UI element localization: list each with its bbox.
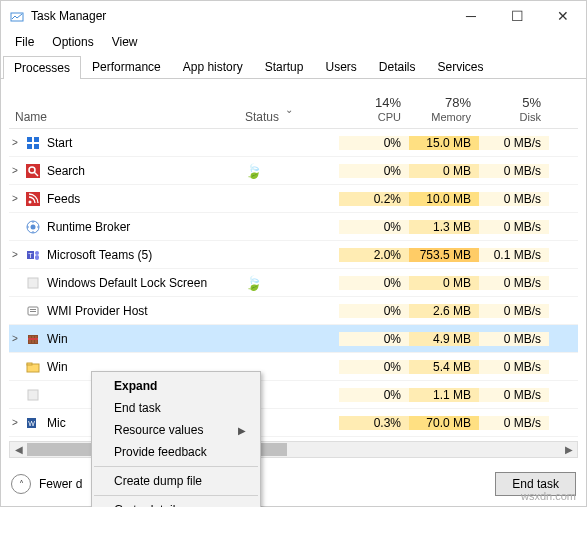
- cpu-cell: 2.0%: [339, 248, 409, 262]
- ctx-expand[interactable]: Expand: [92, 375, 260, 397]
- cpu-cell: 0.2%: [339, 192, 409, 206]
- memory-cell: 4.9 MB: [409, 332, 479, 346]
- ctx-go-details[interactable]: Go to details: [92, 499, 260, 507]
- process-icon: [25, 275, 41, 291]
- cpu-cell: 0%: [339, 164, 409, 178]
- tab-users[interactable]: Users: [314, 55, 367, 78]
- memory-cell: 70.0 MB: [409, 416, 479, 430]
- svg-rect-1: [27, 137, 32, 142]
- content-area: Name ⌄ Status 14% CPU 78% Memory 5% Disk…: [1, 79, 586, 464]
- sort-indicator-icon: ⌄: [285, 104, 293, 115]
- scroll-left-icon[interactable]: ◀: [10, 442, 27, 457]
- maximize-button[interactable]: ☐: [494, 1, 540, 31]
- tab-services[interactable]: Services: [427, 55, 495, 78]
- ctx-provide-feedback[interactable]: Provide feedback: [92, 441, 260, 463]
- process-row[interactable]: >Feeds0.2%10.0 MB0 MB/s: [9, 185, 578, 213]
- ctx-resource-values[interactable]: Resource values ▶: [92, 419, 260, 441]
- process-name: Start: [47, 136, 239, 150]
- tab-processes[interactable]: Processes: [3, 56, 81, 79]
- process-icon: [25, 219, 41, 235]
- footer: ˄ Fewer d End task: [1, 464, 586, 506]
- svg-rect-28: [28, 338, 38, 340]
- memory-cell: 0 MB: [409, 276, 479, 290]
- fewer-details-button[interactable]: ˄: [11, 474, 31, 494]
- memory-cell: 5.4 MB: [409, 360, 479, 374]
- expand-arrow-icon[interactable]: >: [9, 333, 21, 344]
- tab-performance[interactable]: Performance: [81, 55, 172, 78]
- process-icon: [25, 191, 41, 207]
- process-row[interactable]: >Search🍃0%0 MB0 MB/s: [9, 157, 578, 185]
- menu-options[interactable]: Options: [44, 33, 101, 51]
- expand-arrow-icon[interactable]: >: [9, 137, 21, 148]
- tab-startup[interactable]: Startup: [254, 55, 315, 78]
- svg-point-18: [35, 251, 39, 255]
- disk-cell: 0 MB/s: [479, 220, 549, 234]
- submenu-arrow-icon: ▶: [238, 425, 246, 436]
- svg-rect-3: [27, 144, 32, 149]
- expand-arrow-icon[interactable]: >: [9, 165, 21, 176]
- tab-bar: Processes Performance App history Startu…: [1, 55, 586, 79]
- cpu-cell: 0%: [339, 332, 409, 346]
- minimize-button[interactable]: ─: [448, 1, 494, 31]
- column-headers: Name ⌄ Status 14% CPU 78% Memory 5% Disk: [9, 87, 578, 129]
- cpu-cell: 0%: [339, 220, 409, 234]
- process-name: Runtime Broker: [47, 220, 239, 234]
- col-name[interactable]: Name: [9, 106, 239, 128]
- process-icon: T: [25, 247, 41, 263]
- svg-rect-30: [27, 363, 32, 365]
- disk-cell: 0.1 MB/s: [479, 248, 549, 262]
- expand-arrow-icon[interactable]: >: [9, 417, 21, 428]
- process-name: WMI Provider Host: [47, 304, 239, 318]
- app-icon: [9, 8, 25, 24]
- memory-cell: 15.0 MB: [409, 136, 479, 150]
- process-row[interactable]: >TMicrosoft Teams (5)2.0%753.5 MB0.1 MB/…: [9, 241, 578, 269]
- suspended-icon: 🍃: [245, 275, 262, 291]
- col-memory[interactable]: 78% Memory: [409, 93, 479, 128]
- svg-rect-23: [30, 311, 36, 312]
- process-icon: W: [25, 415, 41, 431]
- svg-rect-22: [30, 309, 36, 310]
- process-icon: [25, 163, 41, 179]
- process-row[interactable]: Windows Default Lock Screen🍃0%0 MB0 MB/s: [9, 269, 578, 297]
- disk-cell: 0 MB/s: [479, 304, 549, 318]
- col-status[interactable]: ⌄ Status: [239, 106, 339, 128]
- process-name: Win: [47, 332, 239, 346]
- watermark: wsxdn.com: [521, 490, 576, 502]
- svg-text:W: W: [28, 420, 35, 427]
- svg-text:T: T: [28, 252, 33, 259]
- menu-view[interactable]: View: [104, 33, 146, 51]
- tab-details[interactable]: Details: [368, 55, 427, 78]
- scroll-right-icon[interactable]: ▶: [560, 442, 577, 457]
- col-cpu[interactable]: 14% CPU: [339, 93, 409, 128]
- fewer-details-label[interactable]: Fewer d: [39, 477, 82, 491]
- expand-arrow-icon[interactable]: >: [9, 249, 21, 260]
- ctx-create-dump[interactable]: Create dump file: [92, 470, 260, 492]
- disk-cell: 0 MB/s: [479, 416, 549, 430]
- menu-file[interactable]: File: [7, 33, 42, 51]
- disk-cell: 0 MB/s: [479, 332, 549, 346]
- titlebar[interactable]: Task Manager ─ ☐ ✕: [1, 1, 586, 31]
- process-name: Feeds: [47, 192, 239, 206]
- process-icon: [25, 303, 41, 319]
- disk-cell: 0 MB/s: [479, 164, 549, 178]
- memory-cell: 10.0 MB: [409, 192, 479, 206]
- svg-rect-19: [35, 255, 39, 260]
- suspended-icon: 🍃: [245, 163, 262, 179]
- cpu-cell: 0%: [339, 136, 409, 150]
- ctx-separator: [94, 495, 258, 496]
- expand-arrow-icon[interactable]: >: [9, 193, 21, 204]
- process-row[interactable]: >Win0%4.9 MB0 MB/s: [9, 325, 578, 353]
- ctx-end-task[interactable]: End task: [92, 397, 260, 419]
- process-row[interactable]: WMI Provider Host0%2.6 MB0 MB/s: [9, 297, 578, 325]
- process-name: Windows Default Lock Screen: [47, 276, 239, 290]
- col-disk[interactable]: 5% Disk: [479, 93, 549, 128]
- svg-point-11: [31, 224, 36, 229]
- close-button[interactable]: ✕: [540, 1, 586, 31]
- process-row[interactable]: Runtime Broker0%1.3 MB0 MB/s: [9, 213, 578, 241]
- tab-app-history[interactable]: App history: [172, 55, 254, 78]
- process-name: Microsoft Teams (5): [47, 248, 239, 262]
- process-icon: [25, 387, 41, 403]
- memory-cell: 0 MB: [409, 164, 479, 178]
- process-row[interactable]: >Start0%15.0 MB0 MB/s: [9, 129, 578, 157]
- cpu-cell: 0%: [339, 276, 409, 290]
